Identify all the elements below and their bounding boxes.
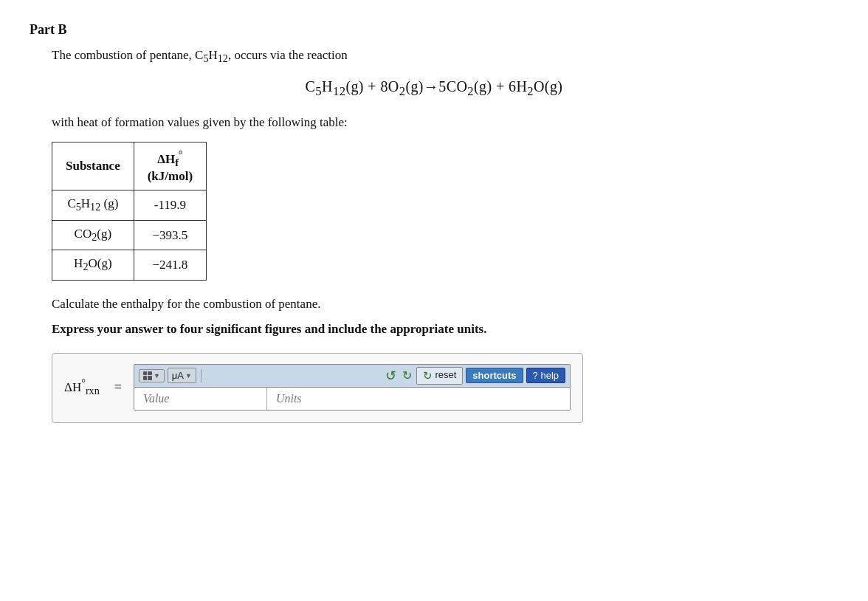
value-co2: −393.5 bbox=[134, 220, 206, 250]
data-table-wrapper: Substance ΔHf°(kJ/mol) C5H12 (g) -119.9 … bbox=[52, 142, 838, 280]
data-table: Substance ΔHf°(kJ/mol) C5H12 (g) -119.9 … bbox=[52, 142, 207, 280]
answer-box: ΔH°rxn = ▼ μA ▼ ↺ bbox=[52, 353, 583, 423]
symbol-button[interactable]: μA ▼ bbox=[168, 368, 196, 383]
shortcuts-button[interactable]: shortcuts bbox=[466, 368, 523, 383]
reset-icon: ↻ bbox=[423, 369, 433, 382]
express-text: Express your answer to four significant … bbox=[52, 322, 838, 337]
col-header-delta-h: ΔHf°(kJ/mol) bbox=[134, 142, 206, 190]
help-label: ? help bbox=[533, 370, 559, 381]
toolbar-separator bbox=[201, 369, 202, 382]
equals-sign: = bbox=[114, 380, 122, 395]
intro-text: The combustion of pentane, C5H12, occurs… bbox=[52, 48, 838, 65]
substance-co2: CO2(g) bbox=[52, 220, 134, 250]
substance-c5h12: C5H12 (g) bbox=[52, 190, 134, 220]
input-area: ▼ μA ▼ ↺ ↻ ↻ reset bbox=[134, 364, 571, 411]
calculate-text: Calculate the enthalpy for the combustio… bbox=[52, 297, 838, 312]
col-header-substance: Substance bbox=[52, 142, 134, 190]
toolbar: ▼ μA ▼ ↺ ↻ ↻ reset bbox=[134, 364, 571, 387]
reaction-equation: C5H12(g) + 8O2(g)→5CO2(g) + 6H2O(g) bbox=[30, 78, 838, 99]
shortcuts-label: shortcuts bbox=[472, 370, 516, 381]
value-h2o: −241.8 bbox=[134, 250, 206, 280]
substance-h2o: H2O(g) bbox=[52, 250, 134, 280]
table-intro: with heat of formation values given by t… bbox=[52, 115, 838, 130]
part-label: Part B bbox=[30, 22, 838, 38]
help-button[interactable]: ? help bbox=[526, 368, 565, 383]
undo-button[interactable]: ↺ bbox=[384, 368, 398, 384]
table-row: H2O(g) −241.8 bbox=[52, 250, 207, 280]
table-row: C5H12 (g) -119.9 bbox=[52, 190, 207, 220]
value-input[interactable] bbox=[134, 388, 267, 410]
reset-label: reset bbox=[435, 369, 456, 380]
table-row: CO2(g) −393.5 bbox=[52, 220, 207, 250]
grid-icon-button[interactable]: ▼ bbox=[139, 369, 165, 382]
value-units-row bbox=[134, 387, 571, 411]
reset-button[interactable]: ↻ reset bbox=[416, 367, 464, 385]
value-c5h12: -119.9 bbox=[134, 190, 206, 220]
units-input[interactable] bbox=[267, 388, 570, 410]
redo-button[interactable]: ↻ bbox=[401, 368, 413, 382]
delta-h-label: ΔH°rxn bbox=[64, 377, 100, 397]
